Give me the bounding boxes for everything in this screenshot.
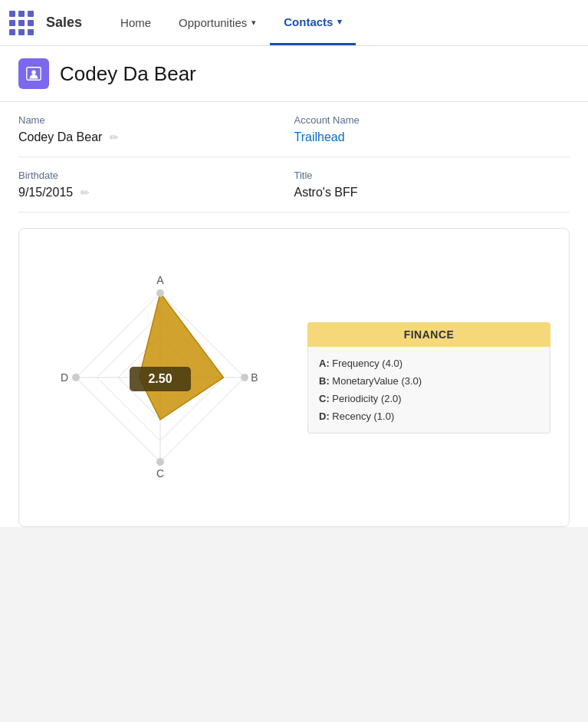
chevron-down-icon: ▾ xyxy=(337,17,342,27)
svg-text:D: D xyxy=(61,371,68,384)
page-title: Codey Da Bear xyxy=(60,62,196,86)
field-name: Name Codey Da Bear ✏ xyxy=(18,114,294,144)
legend-title: FINANCE xyxy=(307,322,550,347)
legend-box: FINANCE A: Frequency (4.0)B: MonetaryVal… xyxy=(307,322,550,434)
svg-point-11 xyxy=(156,458,164,466)
svg-text:C: C xyxy=(156,467,164,480)
account-name-label: Account Name xyxy=(294,114,555,126)
chart-card: A B C D 2.50 FINANCE A: Frequency (4.0)B… xyxy=(18,228,570,527)
radar-chart: A B C D 2.50 xyxy=(38,247,283,508)
svg-point-10 xyxy=(241,374,248,381)
name-label: Name xyxy=(18,114,279,126)
svg-point-1 xyxy=(31,70,36,74)
nav-bar: Sales Home Opportunities ▾ Contacts ▾ xyxy=(0,0,588,46)
account-name-value[interactable]: Trailhead xyxy=(294,130,345,144)
legend-items: A: Frequency (4.0)B: MonetaryValue (3.0)… xyxy=(307,347,550,434)
birthdate-label: Birthdate xyxy=(18,170,279,181)
field-account-name: Account Name Trailhead xyxy=(294,114,570,144)
legend-item: B: MonetaryValue (3.0) xyxy=(319,372,539,390)
contact-icon xyxy=(18,58,49,89)
svg-text:2.50: 2.50 xyxy=(148,372,172,385)
page: Codey Da Bear Name Codey Da Bear ✏ Accou… xyxy=(0,46,588,527)
nav-item-home[interactable]: Home xyxy=(107,0,165,45)
svg-point-12 xyxy=(72,374,80,381)
nav-item-opportunities[interactable]: Opportunities ▾ xyxy=(165,0,270,45)
birthdate-edit-icon[interactable]: ✏ xyxy=(80,186,90,199)
name-edit-icon[interactable]: ✏ xyxy=(110,131,119,143)
field-title: Title Astro's BFF xyxy=(294,170,570,199)
field-birthdate: Birthdate 9/15/2015 ✏ xyxy=(18,170,294,199)
title-value: Astro's BFF xyxy=(294,186,358,199)
name-value: Codey Da Bear xyxy=(18,130,102,144)
birthdate-value: 9/15/2015 xyxy=(18,186,73,199)
svg-text:B: B xyxy=(251,371,258,384)
fields-row-2: Birthdate 9/15/2015 ✏ Title Astro's BFF xyxy=(18,157,570,213)
fields-section: Name Codey Da Bear ✏ Account Name Trailh… xyxy=(0,102,588,213)
legend-item: D: Recency (1.0) xyxy=(319,407,539,425)
nav-items: Home Opportunities ▾ Contacts ▾ xyxy=(107,0,356,45)
svg-text:A: A xyxy=(156,274,164,286)
nav-brand: Sales xyxy=(46,15,82,31)
svg-marker-8 xyxy=(140,293,224,420)
fields-row-1: Name Codey Da Bear ✏ Account Name Trailh… xyxy=(18,102,570,157)
title-label: Title xyxy=(294,170,555,181)
chevron-down-icon: ▾ xyxy=(251,18,256,28)
app-launcher-button[interactable] xyxy=(9,11,34,35)
nav-item-contacts[interactable]: Contacts ▾ xyxy=(270,0,356,45)
legend-item: C: Periodicity (2.0) xyxy=(319,390,539,407)
legend-item: A: Frequency (4.0) xyxy=(319,354,539,372)
page-header: Codey Da Bear xyxy=(0,46,588,102)
svg-point-9 xyxy=(156,289,164,297)
